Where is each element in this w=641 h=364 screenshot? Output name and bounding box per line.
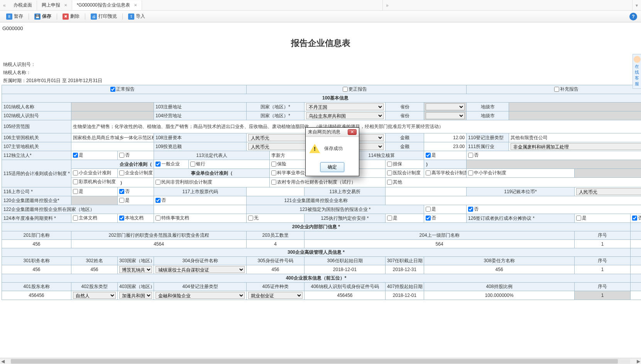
delete-header[interactable]: 删除 [631,283,641,291]
tab-scroll-left-icon[interactable]: « [0,3,9,8]
checkbox[interactable] [156,198,161,203]
cell[interactable]: 4 [247,240,304,248]
cert-select[interactable]: 就业创业证 [248,292,303,299]
cell[interactable]: 564 [304,240,575,248]
checkbox[interactable] [468,170,473,175]
checkbox-correct[interactable] [343,87,348,92]
cell[interactable]: 456 [2,265,71,274]
checkbox-supplement[interactable] [554,87,559,92]
print-button[interactable]: 🖨打印预览 [88,12,119,20]
import-button[interactable]: ⇪导入 [126,12,147,20]
cell[interactable]: 金融和保险企业 [154,291,247,300]
idtype-select[interactable]: 城镇退役士兵自谋职业证 [156,266,245,273]
cell[interactable]: 4564 [71,240,247,248]
checkbox[interactable] [73,170,78,175]
checkbox[interactable] [119,153,124,158]
province-select[interactable] [426,112,465,119]
add-button[interactable]: 增加 [631,274,641,283]
checkbox-normal[interactable] [110,87,115,92]
checkbox[interactable] [248,216,253,221]
scroll-thumb[interactable] [11,359,618,364]
checkbox[interactable] [271,170,276,175]
pause-button[interactable]: ⏸暂存 [4,12,25,20]
checkbox[interactable] [426,170,431,175]
checkbox[interactable] [73,153,78,158]
province-select[interactable] [426,103,465,110]
tab-menu-icon[interactable]: ▾ [632,0,641,10]
cell[interactable]: 就业创业证 [247,291,304,300]
checkbox[interactable] [190,162,195,167]
h-201: 201部门名称 [2,231,71,240]
tab-declare[interactable]: 网上申报✕ [37,0,72,10]
row-delete-checkbox[interactable] [631,240,641,248]
add-button[interactable]: 增加 [631,248,641,257]
country-select[interactable]: 博茨瓦纳共和国 [119,266,152,273]
cell[interactable]: 2018-12-01 [386,291,424,300]
tab-desktop[interactable]: 办税桌面 [9,0,37,10]
checkbox[interactable] [119,216,124,221]
horizontal-scrollbar[interactable]: ◀ ▶ [0,358,641,364]
add-button[interactable]: 增加 [631,223,641,231]
save-button[interactable]: 💾保存 [32,12,54,20]
checkbox[interactable] [119,189,124,194]
cell[interactable]: 456 [247,265,304,274]
cell[interactable]: 100.000000% [424,291,575,300]
checkbox[interactable] [387,180,392,185]
shareholder-type-select[interactable]: 自然人 [73,292,116,299]
scroll-track[interactable] [11,359,630,364]
checkbox[interactable] [156,180,161,185]
checkbox[interactable] [119,170,124,175]
country-select[interactable]: 加蓬共和国 [119,292,152,299]
checkbox[interactable] [73,179,78,184]
delete-button[interactable]: ✖删除 [60,12,82,20]
delete-header[interactable]: 删除 [631,231,641,240]
taxpayer-id-label: 纳税人识别号： [2,61,639,69]
tab-form[interactable]: *G000000报告企业信息表✕ [72,0,142,10]
cell[interactable]: 2018-12-01 [304,265,386,274]
checkbox[interactable] [73,189,78,194]
country-select[interactable]: 不丹王国 [306,103,384,110]
delete-header[interactable]: 删除 [631,257,641,265]
checkbox[interactable] [632,216,637,221]
cell[interactable]: 456 [2,240,71,248]
scroll-left-icon[interactable]: ◀ [0,359,5,364]
checkbox[interactable] [387,216,392,221]
checkbox[interactable] [73,216,78,221]
cell[interactable]: 博茨瓦纳共和国 [118,265,154,274]
cell[interactable]: 加蓬共和国 [118,291,154,300]
close-icon[interactable]: ✕ [64,3,67,7]
close-icon[interactable]: ✕ [134,3,137,7]
checkbox[interactable] [271,162,276,167]
close-icon[interactable]: ✕ [348,129,357,135]
scroll-right-icon[interactable]: ▶ [636,359,641,364]
row-delete-checkbox[interactable] [631,265,641,274]
cell[interactable]: 456 [424,265,575,274]
checkbox[interactable] [426,153,431,158]
checkbox[interactable] [156,216,161,221]
cell[interactable]: 2018-12-31 [386,265,424,274]
tab-expand-icon[interactable]: » [382,0,392,10]
cell[interactable]: 456456 [304,291,386,300]
checkbox[interactable] [468,153,473,158]
checkbox[interactable] [426,216,431,221]
cell[interactable]: 456456 [2,291,71,300]
cell[interactable]: 自然人 [71,291,118,300]
checkbox[interactable] [387,162,392,167]
cell[interactable]: 城镇退役士兵自谋职业证 [154,265,247,274]
checkbox[interactable] [468,207,473,212]
help-icon[interactable]: ? [629,13,637,20]
checkbox[interactable] [119,198,124,203]
row-delete-checkbox[interactable] [631,291,641,300]
checkbox[interactable] [156,162,161,167]
checkbox[interactable] [426,207,431,212]
checkbox[interactable] [271,180,276,185]
currency-select[interactable]: 人民币元 [576,188,641,195]
country-select[interactable]: 乌拉圭东岸共和国 [306,112,384,119]
online-service-tab[interactable]: 在线客服 [633,54,641,89]
cell[interactable]: 456 [71,265,118,274]
checkbox[interactable] [387,170,392,175]
regtype-select[interactable]: 金融和保险企业 [156,292,245,299]
ok-button[interactable]: 确定 [320,162,344,172]
checkbox[interactable] [576,216,581,221]
industry-select[interactable]: 非金属废料和碎屑加工处理 [511,143,641,150]
